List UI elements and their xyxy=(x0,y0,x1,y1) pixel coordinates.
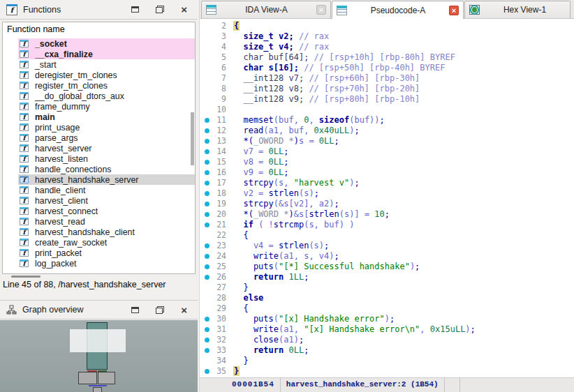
address-dot-icon[interactable] xyxy=(203,170,211,175)
functions-panel-titlebar: f Functions × xyxy=(0,0,198,20)
address-dot-icon[interactable] xyxy=(203,264,211,269)
function-f-icon: f xyxy=(20,92,29,100)
pseudocode-view[interactable]: 2{3 size_t v2; // rax4 size_t v4; // rax… xyxy=(200,19,574,377)
code-line[interactable]: 5 char buf[64]; // [rsp+10h] [rbp-80h] B… xyxy=(200,52,574,63)
tab-close-icon[interactable]: × xyxy=(449,6,459,15)
code-line[interactable]: 11 memset(buf, 0, sizeof(buf)); xyxy=(200,115,574,126)
code-line[interactable]: 19 strcpy(&s[v2], a2); xyxy=(200,199,574,209)
code-line[interactable]: 21 if ( !strcmp(s, buf) ) xyxy=(200,220,574,230)
code-line[interactable]: 3 size_t v2; // rax xyxy=(200,31,574,42)
address-dot-icon[interactable] xyxy=(203,327,211,332)
code-line[interactable]: 22 { xyxy=(200,230,574,241)
code-line[interactable]: 7 __int128 v7; // [rsp+60h] [rbp-30h] xyxy=(200,73,574,84)
graph-overview-canvas[interactable] xyxy=(0,320,198,392)
code-line[interactable]: 24 write(a1, s, v4); xyxy=(200,251,574,262)
code-line[interactable]: 18 v2 = strlen(s); xyxy=(200,188,574,199)
code-line[interactable]: 17 strcpy(s, "harvest v"); xyxy=(200,178,574,188)
address-dot-icon[interactable] xyxy=(203,243,211,248)
function-row[interactable]: fhandle_client xyxy=(18,185,195,195)
function-row[interactable]: fharvest_listen xyxy=(18,153,195,164)
code-line[interactable]: 14 v7 = 0LL; xyxy=(200,146,574,157)
function-row[interactable]: fparse_args xyxy=(18,133,195,143)
address-dot-icon[interactable] xyxy=(203,128,211,133)
code-line[interactable]: 28 else xyxy=(200,293,574,303)
code-line[interactable]: 27 } xyxy=(200,282,574,293)
code-line[interactable]: 4 size_t v4; // rax xyxy=(200,42,574,52)
address-dot-icon[interactable] xyxy=(203,181,211,186)
code-line[interactable]: 33 return 0LL; xyxy=(200,345,574,356)
function-row[interactable]: fharvest_handshake_client xyxy=(18,227,195,237)
tab-pseudocode-a[interactable]: Pseudocode-A × xyxy=(332,1,464,19)
address-dot-icon[interactable] xyxy=(203,118,211,123)
address-dot-icon[interactable] xyxy=(203,212,211,217)
function-row[interactable]: fharvest_read xyxy=(18,216,195,227)
function-row[interactable]: f_start xyxy=(18,59,195,70)
function-row[interactable]: f__do_global_dtors_aux xyxy=(18,91,195,101)
function-row[interactable]: fcreate_raw_socket xyxy=(18,237,195,248)
address-dot-icon[interactable] xyxy=(203,223,211,227)
function-row[interactable]: flog_packet xyxy=(18,258,195,269)
functions-horizontal-scrollbar[interactable] xyxy=(11,276,41,278)
code-line[interactable]: 26 return 1LL; xyxy=(200,272,574,282)
function-row[interactable]: fharvest_client xyxy=(18,195,195,206)
address-dot-icon[interactable] xyxy=(203,275,211,280)
close-icon[interactable]: × xyxy=(181,6,187,13)
code-line[interactable]: 2{ xyxy=(200,21,574,31)
code-line[interactable]: 10 xyxy=(200,105,574,115)
code-line[interactable]: 30 puts("[x] Handshake error"); xyxy=(200,314,574,324)
address-dot-icon[interactable] xyxy=(203,191,211,196)
code-line[interactable]: 35} xyxy=(200,366,574,377)
code-line[interactable]: 23 v4 = strlen(s); xyxy=(200,241,574,251)
code-line[interactable]: 13 *(_OWORD *)s = 0LL; xyxy=(200,136,574,146)
address-dot-icon[interactable] xyxy=(203,202,211,206)
line-number: 34 xyxy=(211,356,226,366)
functions-vertical-scrollbar[interactable] xyxy=(191,112,194,165)
function-row[interactable]: f__cxa_finalize xyxy=(18,49,195,59)
address-dot-icon[interactable] xyxy=(203,139,211,144)
code-line[interactable]: 32 close(a1); xyxy=(200,335,574,345)
function-row[interactable]: fprint_packet xyxy=(18,248,195,258)
float-icon[interactable] xyxy=(156,6,164,13)
line-number: 7 xyxy=(211,73,226,84)
function-row[interactable]: fregister_tm_clones xyxy=(18,80,195,91)
code-line[interactable]: 29 { xyxy=(200,303,574,314)
maximize-icon[interactable] xyxy=(131,6,139,13)
function-row[interactable]: fframe_dummy xyxy=(18,101,195,112)
address-dot-icon[interactable] xyxy=(203,369,211,374)
function-row[interactable]: fderegister_tm_clones xyxy=(18,70,195,80)
address-dot-icon[interactable] xyxy=(203,317,211,322)
address-dot-icon[interactable] xyxy=(203,149,211,154)
function-row[interactable]: fmain xyxy=(18,112,195,122)
function-row[interactable]: fharvest_connect xyxy=(18,206,195,216)
address-dot-icon[interactable] xyxy=(203,254,211,259)
function-row[interactable]: fprint_usage xyxy=(18,122,195,133)
code-line[interactable]: 15 v8 = 0LL; xyxy=(200,157,574,167)
address-dot-icon[interactable] xyxy=(203,348,211,353)
tab-close-icon[interactable]: × xyxy=(316,5,326,15)
code-line[interactable]: 6 char s[16]; // [rsp+50h] [rbp-40h] BYR… xyxy=(200,63,574,73)
code-line[interactable]: 25 puts("[*] Successful handshake"); xyxy=(200,262,574,272)
code-line[interactable]: 20 *(_WORD *)&s[strlen(s)] = 10; xyxy=(200,209,574,220)
close-icon[interactable]: × xyxy=(181,306,187,314)
code-line[interactable]: 34 } xyxy=(200,356,574,366)
code-line[interactable]: 16 v9 = 0LL; xyxy=(200,167,574,178)
address-dot-icon[interactable] xyxy=(203,338,211,342)
tab-hex-view-1[interactable]: Hex View-1 xyxy=(464,1,571,18)
hex-view-icon xyxy=(469,5,480,15)
code-line[interactable]: 8 __int128 v8; // [rsp+70h] [rbp-20h] xyxy=(200,84,574,94)
maximize-icon[interactable] xyxy=(131,307,139,313)
code-line[interactable]: 12 read(a1, buf, 0x40uLL); xyxy=(200,126,574,136)
line-number: 12 xyxy=(211,126,226,136)
float-icon[interactable] xyxy=(156,306,164,314)
address-dot-icon[interactable] xyxy=(203,160,211,165)
function-row[interactable]: fharvest_handshake_server xyxy=(18,174,195,185)
function-name-column-header[interactable]: Function name xyxy=(3,22,195,37)
line-number: 24 xyxy=(211,251,226,262)
graph-viewport-rect[interactable] xyxy=(70,329,126,352)
function-row[interactable]: f_socket xyxy=(18,38,195,49)
function-row[interactable]: fharvest_server xyxy=(18,143,195,153)
function-row[interactable]: fhandle_connections xyxy=(18,164,195,174)
code-line[interactable]: 9 __int128 v9; // [rsp+80h] [rbp-10h] xyxy=(200,94,574,105)
tab-ida-view-a[interactable]: IDA View-A × xyxy=(201,1,331,18)
code-line[interactable]: 31 write(a1, "[x] Handshake error\n", 0x… xyxy=(200,324,574,335)
